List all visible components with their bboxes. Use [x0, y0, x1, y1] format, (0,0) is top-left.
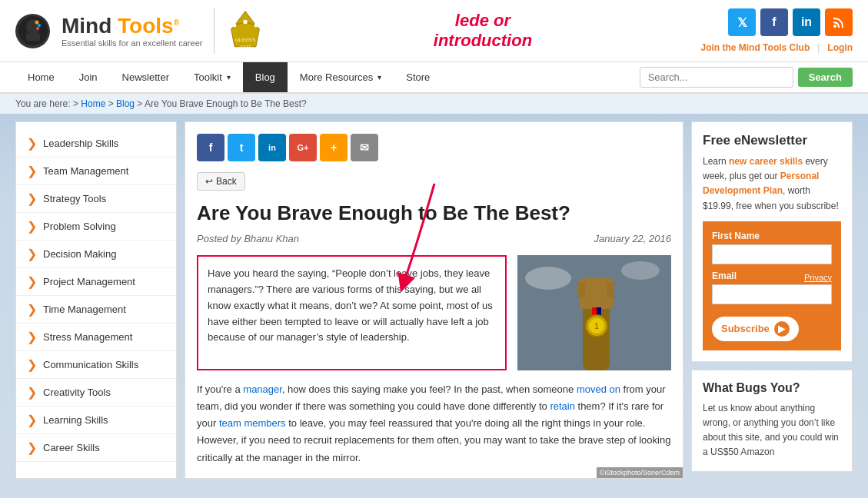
- header-right: 𝕏 f in Join the Mind Tools Club | Login: [700, 8, 853, 53]
- sidebar-item-communication[interactable]: ❯ Communication Skills: [16, 351, 176, 379]
- subscribe-button[interactable]: Subscribe ▶: [712, 317, 799, 341]
- right-sidebar: Free eNewsletter Learn new career skills…: [691, 121, 853, 479]
- article-body: If you're a manager, how does this sayin…: [197, 381, 671, 466]
- bullet-icon: ❯: [27, 385, 37, 400]
- svg-text:1: 1: [594, 322, 599, 330]
- email-label: Email: [712, 271, 737, 281]
- highlight-pdp: Personal Development Plan: [703, 171, 819, 196]
- facebook-icon[interactable]: f: [760, 8, 788, 36]
- enewsletter-box: Free eNewsletter Learn new career skills…: [691, 121, 853, 362]
- nav-search: Search: [640, 62, 853, 92]
- sidebar-label-problem: Problem Solving: [43, 221, 116, 232]
- article-intro: Have you heard the saying, “People don’t…: [197, 255, 671, 370]
- svg-point-13: [833, 25, 836, 28]
- twitter-icon[interactable]: 𝕏: [728, 8, 756, 36]
- article-date: January 22, 2016: [594, 233, 671, 244]
- sidebar-label-time: Time Management: [43, 304, 126, 315]
- svg-text:AWARD: AWARD: [239, 45, 252, 48]
- nav-toolkit[interactable]: Toolkit ▾: [181, 62, 243, 92]
- rss-icon[interactable]: [825, 8, 853, 36]
- breadcrumb-home[interactable]: Home: [81, 98, 105, 109]
- sidebar-item-leadership[interactable]: ❯ Leadership Skills: [16, 130, 176, 158]
- sidebar-label-communication: Communication Skills: [43, 359, 138, 370]
- sidebar-item-project[interactable]: ❯ Project Management: [16, 268, 176, 296]
- sidebar-item-learning[interactable]: ❯ Learning Skills: [16, 407, 176, 434]
- sidebar-item-stress[interactable]: ❯ Stress Management: [16, 324, 176, 351]
- breadcrumb-current: Are You Brave Enough to Be The Best?: [145, 98, 307, 109]
- sidebar-item-team[interactable]: ❯ Team Management: [16, 158, 176, 185]
- main-nav: Home Join Newsletter Toolkit ▾ Blog More…: [0, 62, 868, 94]
- linkedin-icon[interactable]: in: [793, 8, 820, 36]
- svg-point-3: [35, 21, 38, 25]
- svg-rect-2: [26, 33, 40, 41]
- share-facebook-button[interactable]: f: [197, 134, 224, 161]
- breadcrumb-blog[interactable]: Blog: [116, 98, 135, 109]
- logo-text: Mind Tools® Essential skills for an exce…: [62, 14, 202, 48]
- sidebar-label-stress: Stress Management: [43, 331, 132, 343]
- retain-link[interactable]: retain: [550, 400, 575, 412]
- share-googleplus-button[interactable]: G+: [289, 134, 317, 161]
- bullet-icon: ❯: [27, 274, 37, 289]
- article-title: Are You Brave Enough to Be The Best?: [197, 201, 671, 225]
- nav-store[interactable]: Store: [394, 62, 442, 92]
- team-members-link[interactable]: team members: [219, 417, 286, 429]
- logo-title: Mind Tools®: [62, 14, 202, 38]
- moved-on-link[interactable]: moved on: [577, 383, 620, 395]
- article-author: Posted by Bhanu Khan: [197, 233, 299, 244]
- search-button[interactable]: Search: [798, 68, 853, 87]
- svg-point-4: [38, 24, 41, 27]
- bullet-icon: ❯: [27, 164, 37, 178]
- svg-point-10: [244, 20, 248, 25]
- main-content: f t in G+ + ✉ ↩ Back: [185, 121, 683, 479]
- sidebar-label-strategy: Strategy Tools: [43, 193, 106, 204]
- logo-area: Mind Tools® Essential skills for an exce…: [15, 8, 264, 54]
- nav-more-resources[interactable]: More Resources ▾: [288, 62, 394, 92]
- article-image-placeholder: 1 ©iStockphoto/SonerCdem: [517, 255, 671, 370]
- login-link[interactable]: Login: [827, 42, 853, 53]
- nav-join[interactable]: Join: [67, 62, 110, 92]
- svg-point-16: [621, 261, 660, 280]
- share-twitter-button[interactable]: t: [228, 134, 255, 161]
- bullet-icon: ❯: [27, 136, 37, 151]
- article-image: 1 ©iStockphoto/SonerCdem: [517, 255, 671, 370]
- queen-award: QUEEN'S AWARD: [214, 8, 264, 54]
- image-credit: ©iStockphoto/SonerCdem: [597, 467, 683, 478]
- search-input[interactable]: [640, 67, 793, 88]
- sidebar-label-team: Team Management: [43, 165, 128, 177]
- bullet-icon: ❯: [27, 247, 37, 261]
- share-more-button[interactable]: +: [320, 134, 348, 161]
- sidebar-item-creativity[interactable]: ❯ Creativity Tools: [16, 379, 176, 407]
- manager-link[interactable]: manager: [243, 383, 282, 395]
- sidebar-item-strategy[interactable]: ❯ Strategy Tools: [16, 185, 176, 213]
- sidebar-item-career[interactable]: ❯ Career Skills: [16, 434, 176, 462]
- privacy-link[interactable]: Privacy: [804, 273, 832, 282]
- firstname-label: First Name: [712, 231, 832, 241]
- firstname-input[interactable]: [712, 244, 832, 264]
- bullet-icon: ❯: [27, 413, 37, 427]
- join-club-link[interactable]: Join the Mind Tools Club: [700, 42, 810, 53]
- bullet-icon: ❯: [27, 219, 37, 234]
- back-button[interactable]: ↩ Back: [197, 172, 245, 191]
- whatbugs-title: What Bugs You?: [703, 381, 841, 395]
- enewsletter-description: Learn new career skills every week, plus…: [703, 154, 841, 214]
- enewsletter-title: Free eNewsletter: [703, 133, 841, 148]
- sidebar-label-project: Project Management: [43, 276, 135, 287]
- sidebar-item-decision[interactable]: ❯ Decision Making: [16, 241, 176, 268]
- back-label: Back: [216, 176, 237, 187]
- sidebar-item-time[interactable]: ❯ Time Management: [16, 296, 176, 324]
- share-linkedin-button[interactable]: in: [258, 134, 286, 161]
- nav-home[interactable]: Home: [15, 62, 67, 92]
- nav-blog[interactable]: Blog: [243, 62, 288, 92]
- svg-rect-19: [577, 282, 585, 297]
- nav-newsletter[interactable]: Newsletter: [110, 62, 181, 92]
- share-email-button[interactable]: ✉: [351, 134, 378, 161]
- logo-subtitle: Essential skills for an excellent career: [62, 38, 202, 48]
- toolkit-dropdown-arrow: ▾: [227, 73, 231, 81]
- svg-point-5: [36, 27, 39, 30]
- article-meta: Posted by Bhanu Khan January 22, 2016: [197, 233, 671, 244]
- sidebar-label-learning: Learning Skills: [43, 414, 108, 426]
- social-icons: 𝕏 f in: [728, 8, 853, 36]
- subscribe-arrow-icon: ▶: [774, 321, 790, 337]
- sidebar-item-problem[interactable]: ❯ Problem Solving: [16, 213, 176, 241]
- email-input[interactable]: [712, 284, 832, 304]
